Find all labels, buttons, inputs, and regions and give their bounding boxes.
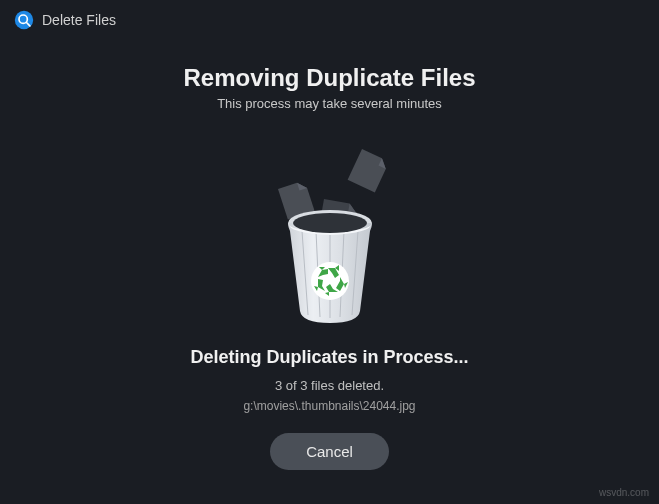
- page-subtitle: This process may take several minutes: [217, 96, 442, 111]
- status-title: Deleting Duplicates in Process...: [190, 347, 468, 368]
- main-content: Removing Duplicate Files This process ma…: [0, 40, 659, 470]
- page-title: Removing Duplicate Files: [183, 64, 475, 92]
- window-title: Delete Files: [42, 12, 116, 28]
- watermark: wsvdn.com: [599, 487, 649, 498]
- recycle-bin-illustration: [230, 131, 430, 331]
- status-current-file: g:\movies\.thumbnails\24044.jpg: [243, 399, 415, 413]
- app-icon: [14, 10, 34, 30]
- window-header: Delete Files: [0, 0, 659, 40]
- cancel-button[interactable]: Cancel: [270, 433, 389, 470]
- svg-point-4: [293, 213, 367, 233]
- svg-point-5: [311, 262, 349, 300]
- status-count: 3 of 3 files deleted.: [275, 378, 384, 393]
